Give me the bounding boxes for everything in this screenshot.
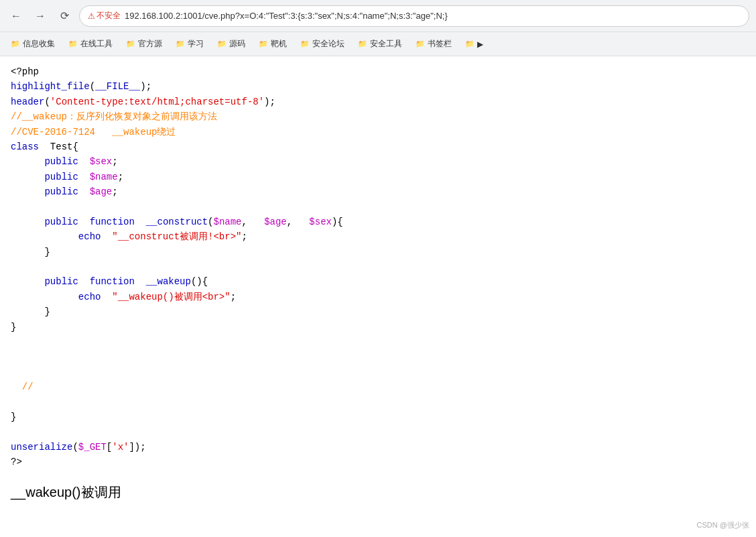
bookmark-baji[interactable]: 📁 靶机 <box>253 36 292 52</box>
folder-icon-7: 📁 <box>358 40 367 48</box>
bookmark-label-0: 信息收集 <box>23 38 55 50</box>
not-secure-indicator: 不安全 <box>88 10 121 21</box>
folder-icon-4: 📁 <box>217 40 227 48</box>
bookmark-label-7: 安全工具 <box>370 38 402 50</box>
bookmark-label-4: 源码 <box>229 38 245 50</box>
url-text: 192.168.100.2:1001/cve.php?x=O:4:"Test":… <box>125 11 448 21</box>
bookmark-shujianlan[interactable]: 📁 书签栏 <box>410 36 457 52</box>
bookmark-xuexi[interactable]: 📁 学习 <box>170 36 209 52</box>
folder-icon-3: 📁 <box>176 40 185 48</box>
bookmark-label-2: 官方源 <box>138 38 162 50</box>
folder-icon-1: 📁 <box>68 40 78 48</box>
address-bar[interactable]: 不安全 192.168.100.2:1001/cve.php?x=O:4:"Te… <box>79 5 749 27</box>
folder-icon-5: 📁 <box>259 40 268 48</box>
bookmark-anquanluntan[interactable]: 📁 安全论坛 <box>295 36 350 52</box>
folder-icon-0: 📁 <box>11 40 20 48</box>
bookmark-xinxi[interactable]: 📁 信息收集 <box>5 36 60 52</box>
bookmark-yuanma[interactable]: 📁 源码 <box>212 36 251 52</box>
bookmark-label-1: 在线工具 <box>80 38 113 50</box>
bookmark-label-6: 安全论坛 <box>312 38 344 50</box>
bookmark-guanfang[interactable]: 📁 官方源 <box>121 36 168 52</box>
watermark: CSDN @强少张 <box>697 520 749 530</box>
forward-button[interactable]: → <box>31 7 50 25</box>
refresh-button[interactable]: ⟳ <box>55 7 74 25</box>
page-output: __wakeup()被调用 <box>11 483 745 501</box>
bookmark-label-3: 学习 <box>188 38 204 50</box>
bookmark-zaixian[interactable]: 📁 在线工具 <box>63 36 118 52</box>
folder-icon-9: 📁 <box>465 40 475 48</box>
page-content: <?php highlight_file(__FILE__); header('… <box>0 56 756 526</box>
bookmarks-bar: 📁 信息收集 📁 在线工具 📁 官方源 📁 学习 📁 源码 📁 靶机 📁 安全论… <box>0 32 756 56</box>
bookmark-label-9: ▶ <box>477 40 483 49</box>
wakeup-output-text: __wakeup()被调用 <box>11 485 121 499</box>
bookmark-label-8: 书签栏 <box>428 38 452 50</box>
folder-icon-2: 📁 <box>126 40 135 48</box>
code-display: <?php highlight_file(__FILE__); header('… <box>11 64 745 470</box>
bookmark-more[interactable]: 📁 ▶ <box>460 37 489 52</box>
folder-icon-8: 📁 <box>416 40 425 48</box>
browser-chrome: ← → ⟳ 不安全 192.168.100.2:1001/cve.php?x=O… <box>0 0 756 32</box>
bookmark-anquangongju[interactable]: 📁 安全工具 <box>353 36 407 52</box>
back-button[interactable]: ← <box>7 7 25 25</box>
folder-icon-6: 📁 <box>300 40 310 48</box>
bookmark-label-5: 靶机 <box>271 38 287 50</box>
